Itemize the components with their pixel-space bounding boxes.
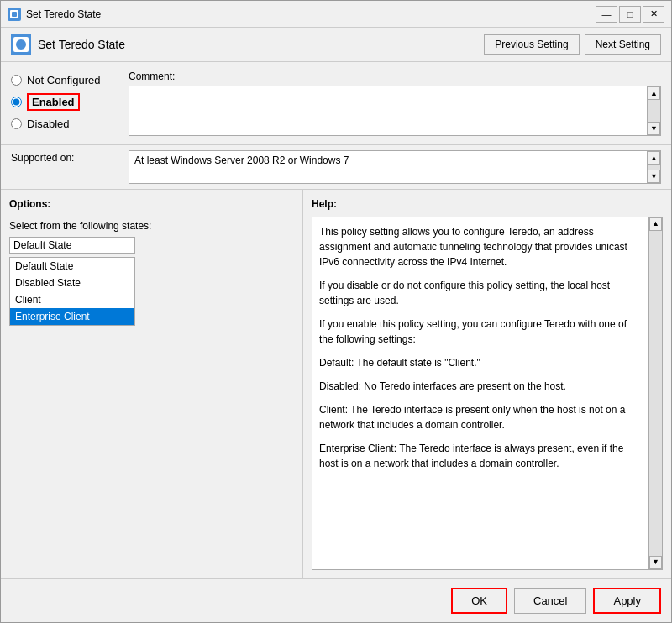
help-text: This policy setting allows you to config…	[319, 224, 655, 471]
scroll-up-arrow[interactable]: ▲	[648, 86, 660, 100]
help-box: This policy setting allows you to config…	[312, 217, 663, 570]
svg-point-4	[16, 39, 26, 50]
list-item-default-state[interactable]: Default State	[10, 258, 134, 275]
content-area: Not Configured Enabled Disabled Comment:…	[1, 62, 671, 578]
comment-scrollbar[interactable]: ▲ ▼	[647, 86, 660, 135]
list-item-disabled-state[interactable]: Disabled State	[10, 275, 134, 291]
help-scroll-thumb	[649, 231, 662, 556]
help-para-3: If you enable this policy setting, you c…	[319, 317, 638, 347]
options-title: Options:	[9, 198, 294, 210]
help-para-7: Enterprise Client: The Teredo interface …	[319, 441, 638, 471]
ok-button[interactable]: OK	[451, 588, 507, 614]
scroll-thumb	[648, 100, 660, 122]
help-title: Help:	[312, 198, 663, 210]
disabled-label: Disabled	[27, 118, 70, 130]
enabled-radio[interactable]: Enabled	[11, 93, 120, 111]
header-title: Set Teredo State	[38, 38, 125, 51]
previous-setting-button[interactable]: Previous Setting	[484, 34, 579, 55]
main-panels: Options: Select from the following state…	[1, 190, 671, 578]
main-window: Set Teredo State — □ ✕ Set Teredo State …	[0, 0, 672, 623]
help-para-2: If you disable or do not configure this …	[319, 278, 638, 308]
disabled-radio[interactable]: Disabled	[11, 118, 120, 130]
close-button[interactable]: ✕	[643, 6, 664, 23]
disabled-input[interactable]	[11, 118, 22, 129]
apply-button[interactable]: Apply	[593, 588, 661, 614]
header-bar: Set Teredo State Previous Setting Next S…	[1, 28, 671, 62]
help-para-6: Client: The Teredo interface is present …	[319, 402, 638, 432]
comment-box[interactable]: ▲ ▼	[129, 86, 661, 136]
supported-value: At least Windows Server 2008 R2 or Windo…	[134, 154, 349, 166]
title-controls: — □ ✕	[596, 6, 664, 23]
supported-label: Supported on:	[11, 150, 120, 164]
list-item-enterprise-client[interactable]: Enterprise Client	[10, 308, 134, 325]
not-configured-label: Not Configured	[27, 74, 100, 86]
help-scroll-up[interactable]: ▲	[649, 217, 662, 231]
dropdown-container: Default State Disabled State Client Ente…	[9, 237, 294, 254]
radio-column: Not Configured Enabled Disabled	[11, 71, 120, 136]
window-icon	[8, 8, 21, 21]
enabled-label: Enabled	[27, 93, 80, 111]
options-panel: Options: Select from the following state…	[1, 190, 303, 578]
scroll-down-arrow[interactable]: ▼	[648, 122, 660, 135]
help-para-5: Disabled: No Teredo interfaces are prese…	[319, 379, 638, 394]
svg-rect-1	[12, 12, 17, 17]
enabled-input[interactable]	[11, 97, 22, 107]
not-configured-radio[interactable]: Not Configured	[11, 74, 120, 86]
help-para-1: This policy setting allows you to config…	[319, 224, 638, 270]
help-scrollbar[interactable]: ▲ ▼	[648, 217, 662, 569]
list-item-client[interactable]: Client	[10, 291, 134, 308]
help-para-4: Default: The default state is "Client."	[319, 355, 638, 370]
help-scroll-down[interactable]: ▼	[649, 556, 662, 569]
options-content: Select from the following states: Defaul…	[9, 220, 294, 570]
state-dropdown[interactable]: Default State Disabled State Client Ente…	[9, 237, 135, 254]
cancel-button[interactable]: Cancel	[514, 588, 586, 614]
next-setting-button[interactable]: Next Setting	[585, 34, 661, 55]
title-bar: Set Teredo State — □ ✕	[1, 1, 671, 28]
minimize-button[interactable]: —	[596, 6, 617, 23]
not-configured-input[interactable]	[11, 75, 22, 86]
header-buttons: Previous Setting Next Setting	[484, 34, 661, 55]
supported-scroll-down[interactable]: ▼	[648, 170, 660, 183]
supported-scroll-up[interactable]: ▲	[648, 151, 660, 165]
top-section: Not Configured Enabled Disabled Comment:…	[1, 62, 671, 145]
window-title: Set Teredo State	[26, 8, 101, 20]
comment-section: Comment: ▲ ▼	[129, 71, 661, 136]
footer: OK Cancel Apply	[1, 578, 671, 622]
select-label: Select from the following states:	[9, 220, 294, 232]
help-panel: Help: This policy setting allows you to …	[303, 190, 671, 578]
dropdown-list: Default State Disabled State Client Ente…	[9, 257, 135, 326]
comment-label: Comment:	[129, 71, 661, 82]
supported-section: Supported on: At least Windows Server 20…	[1, 145, 671, 190]
header-icon	[11, 34, 31, 55]
header-left: Set Teredo State	[11, 34, 125, 55]
maximize-button[interactable]: □	[619, 6, 641, 23]
supported-scrollbar[interactable]: ▲ ▼	[647, 151, 660, 183]
supported-box: At least Windows Server 2008 R2 or Windo…	[129, 150, 661, 184]
title-bar-left: Set Teredo State	[8, 8, 101, 21]
